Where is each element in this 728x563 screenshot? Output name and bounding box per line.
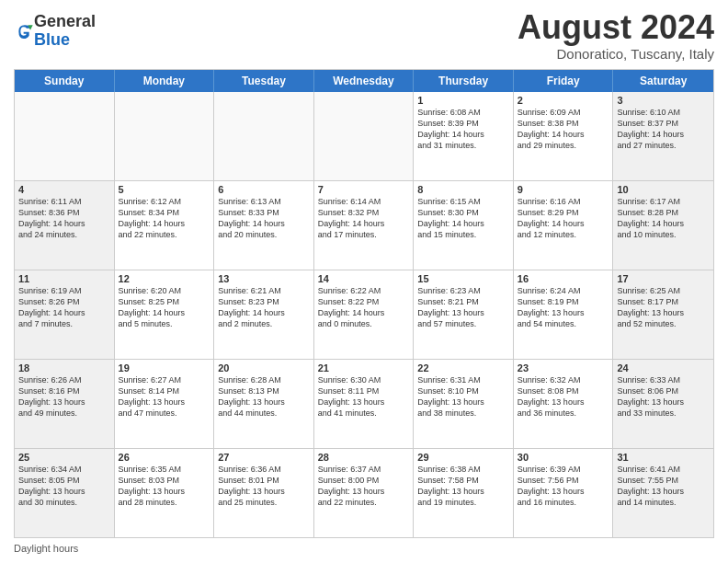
calendar-cell: 24Sunrise: 6:33 AM Sunset: 8:06 PM Dayli… bbox=[613, 360, 713, 448]
calendar-cell: 30Sunrise: 6:39 AM Sunset: 7:56 PM Dayli… bbox=[514, 449, 614, 537]
day-number: 15 bbox=[417, 273, 509, 284]
day-info: Sunrise: 6:21 AM Sunset: 8:23 PM Dayligh… bbox=[218, 285, 310, 330]
calendar: SundayMondayTuesdayWednesdayThursdayFrid… bbox=[14, 69, 714, 538]
day-number: 11 bbox=[18, 273, 110, 284]
day-info: Sunrise: 6:15 AM Sunset: 8:30 PM Dayligh… bbox=[417, 196, 509, 241]
day-info: Sunrise: 6:23 AM Sunset: 8:21 PM Dayligh… bbox=[417, 285, 509, 330]
calendar-row: 11Sunrise: 6:19 AM Sunset: 8:26 PM Dayli… bbox=[15, 270, 713, 360]
day-of-week-header: Wednesday bbox=[314, 70, 415, 92]
day-number: 4 bbox=[18, 184, 110, 195]
day-info: Sunrise: 6:13 AM Sunset: 8:33 PM Dayligh… bbox=[218, 196, 310, 241]
day-info: Sunrise: 6:27 AM Sunset: 8:14 PM Dayligh… bbox=[119, 374, 210, 419]
day-of-week-header: Sunday bbox=[15, 70, 115, 92]
calendar-body: 1Sunrise: 6:08 AM Sunset: 8:39 PM Daylig… bbox=[15, 92, 713, 537]
day-info: Sunrise: 6:37 AM Sunset: 8:00 PM Dayligh… bbox=[318, 464, 410, 509]
day-number: 14 bbox=[318, 273, 410, 284]
calendar-cell: 7Sunrise: 6:14 AM Sunset: 8:32 PM Daylig… bbox=[314, 181, 415, 270]
day-info: Sunrise: 6:19 AM Sunset: 8:26 PM Dayligh… bbox=[18, 285, 110, 330]
day-number: 20 bbox=[218, 362, 310, 373]
day-number: 3 bbox=[617, 95, 710, 106]
calendar-cell: 8Sunrise: 6:15 AM Sunset: 8:30 PM Daylig… bbox=[414, 181, 514, 270]
day-number: 25 bbox=[18, 452, 110, 463]
calendar-cell bbox=[214, 92, 314, 180]
day-info: Sunrise: 6:26 AM Sunset: 8:16 PM Dayligh… bbox=[18, 374, 110, 419]
day-number: 2 bbox=[518, 95, 609, 106]
calendar-cell: 23Sunrise: 6:32 AM Sunset: 8:08 PM Dayli… bbox=[514, 360, 614, 448]
day-number: 29 bbox=[417, 452, 509, 463]
calendar-cell: 26Sunrise: 6:35 AM Sunset: 8:03 PM Dayli… bbox=[115, 449, 215, 537]
day-number: 5 bbox=[119, 184, 210, 195]
day-info: Sunrise: 6:41 AM Sunset: 7:55 PM Dayligh… bbox=[617, 464, 710, 509]
calendar-cell: 1Sunrise: 6:08 AM Sunset: 8:39 PM Daylig… bbox=[414, 92, 514, 180]
calendar-header: SundayMondayTuesdayWednesdayThursdayFrid… bbox=[15, 70, 713, 92]
calendar-cell: 18Sunrise: 6:26 AM Sunset: 8:16 PM Dayli… bbox=[15, 360, 115, 448]
day-number: 31 bbox=[617, 452, 710, 463]
day-of-week-header: Tuesday bbox=[214, 70, 314, 92]
day-number: 8 bbox=[417, 184, 509, 195]
calendar-cell: 15Sunrise: 6:23 AM Sunset: 8:21 PM Dayli… bbox=[414, 270, 514, 359]
day-info: Sunrise: 6:17 AM Sunset: 8:28 PM Dayligh… bbox=[617, 196, 710, 241]
day-number: 13 bbox=[218, 273, 310, 284]
calendar-cell bbox=[115, 92, 215, 180]
day-of-week-header: Friday bbox=[514, 70, 614, 92]
day-info: Sunrise: 6:39 AM Sunset: 7:56 PM Dayligh… bbox=[518, 464, 609, 509]
footer: Daylight hours bbox=[14, 543, 714, 554]
calendar-cell: 4Sunrise: 6:11 AM Sunset: 8:36 PM Daylig… bbox=[15, 181, 115, 270]
day-number: 9 bbox=[518, 184, 609, 195]
day-of-week-header: Thursday bbox=[414, 70, 514, 92]
day-info: Sunrise: 6:14 AM Sunset: 8:32 PM Dayligh… bbox=[318, 196, 410, 241]
calendar-cell: 31Sunrise: 6:41 AM Sunset: 7:55 PM Dayli… bbox=[613, 449, 713, 537]
day-info: Sunrise: 6:12 AM Sunset: 8:34 PM Dayligh… bbox=[119, 196, 210, 241]
day-number: 21 bbox=[318, 362, 410, 373]
day-number: 7 bbox=[318, 184, 410, 195]
day-number: 22 bbox=[417, 362, 509, 373]
calendar-cell: 14Sunrise: 6:22 AM Sunset: 8:22 PM Dayli… bbox=[314, 270, 415, 359]
calendar-cell: 27Sunrise: 6:36 AM Sunset: 8:01 PM Dayli… bbox=[214, 449, 314, 537]
day-number: 30 bbox=[518, 452, 609, 463]
calendar-cell bbox=[314, 92, 415, 180]
calendar-cell: 2Sunrise: 6:09 AM Sunset: 8:38 PM Daylig… bbox=[514, 92, 614, 180]
calendar-cell: 6Sunrise: 6:13 AM Sunset: 8:33 PM Daylig… bbox=[214, 181, 314, 270]
day-info: Sunrise: 6:09 AM Sunset: 8:38 PM Dayligh… bbox=[518, 107, 609, 152]
calendar-cell: 25Sunrise: 6:34 AM Sunset: 8:05 PM Dayli… bbox=[15, 449, 115, 537]
day-info: Sunrise: 6:08 AM Sunset: 8:39 PM Dayligh… bbox=[417, 107, 509, 152]
day-info: Sunrise: 6:36 AM Sunset: 8:01 PM Dayligh… bbox=[218, 464, 310, 509]
calendar-row: 1Sunrise: 6:08 AM Sunset: 8:39 PM Daylig… bbox=[15, 92, 713, 181]
day-number: 6 bbox=[218, 184, 310, 195]
day-info: Sunrise: 6:10 AM Sunset: 8:37 PM Dayligh… bbox=[617, 107, 710, 152]
calendar-cell: 22Sunrise: 6:31 AM Sunset: 8:10 PM Dayli… bbox=[414, 360, 514, 448]
calendar-cell: 29Sunrise: 6:38 AM Sunset: 7:58 PM Dayli… bbox=[414, 449, 514, 537]
footer-label: Daylight hours bbox=[14, 543, 78, 554]
calendar-cell: 16Sunrise: 6:24 AM Sunset: 8:19 PM Dayli… bbox=[514, 270, 614, 359]
logo-blue: Blue bbox=[34, 31, 96, 50]
day-info: Sunrise: 6:11 AM Sunset: 8:36 PM Dayligh… bbox=[18, 196, 110, 241]
title-block: August 2024 Donoratico, Tuscany, Italy bbox=[518, 9, 714, 62]
day-info: Sunrise: 6:38 AM Sunset: 7:58 PM Dayligh… bbox=[417, 464, 509, 509]
page: General Blue August 2024 Donoratico, Tus… bbox=[0, 0, 728, 563]
logo-text: General Blue bbox=[34, 13, 96, 50]
calendar-cell: 12Sunrise: 6:20 AM Sunset: 8:25 PM Dayli… bbox=[115, 270, 215, 359]
calendar-cell: 28Sunrise: 6:37 AM Sunset: 8:00 PM Dayli… bbox=[314, 449, 415, 537]
calendar-cell: 19Sunrise: 6:27 AM Sunset: 8:14 PM Dayli… bbox=[115, 360, 215, 448]
day-info: Sunrise: 6:33 AM Sunset: 8:06 PM Dayligh… bbox=[617, 374, 710, 419]
day-info: Sunrise: 6:31 AM Sunset: 8:10 PM Dayligh… bbox=[417, 374, 509, 419]
day-info: Sunrise: 6:16 AM Sunset: 8:29 PM Dayligh… bbox=[518, 196, 609, 241]
day-number: 27 bbox=[218, 452, 310, 463]
day-number: 28 bbox=[318, 452, 410, 463]
calendar-cell: 11Sunrise: 6:19 AM Sunset: 8:26 PM Dayli… bbox=[15, 270, 115, 359]
logo-general: General bbox=[34, 13, 96, 31]
day-number: 16 bbox=[518, 273, 609, 284]
calendar-row: 18Sunrise: 6:26 AM Sunset: 8:16 PM Dayli… bbox=[15, 360, 713, 449]
day-number: 12 bbox=[119, 273, 210, 284]
calendar-cell: 13Sunrise: 6:21 AM Sunset: 8:23 PM Dayli… bbox=[214, 270, 314, 359]
calendar-cell: 17Sunrise: 6:25 AM Sunset: 8:17 PM Dayli… bbox=[613, 270, 713, 359]
calendar-cell: 5Sunrise: 6:12 AM Sunset: 8:34 PM Daylig… bbox=[115, 181, 215, 270]
day-number: 19 bbox=[119, 362, 210, 373]
day-number: 24 bbox=[617, 362, 710, 373]
day-info: Sunrise: 6:20 AM Sunset: 8:25 PM Dayligh… bbox=[119, 285, 210, 330]
calendar-cell bbox=[15, 92, 115, 180]
day-number: 1 bbox=[417, 95, 509, 106]
logo-icon bbox=[16, 22, 34, 40]
day-info: Sunrise: 6:28 AM Sunset: 8:13 PM Dayligh… bbox=[218, 374, 310, 419]
day-number: 26 bbox=[119, 452, 210, 463]
